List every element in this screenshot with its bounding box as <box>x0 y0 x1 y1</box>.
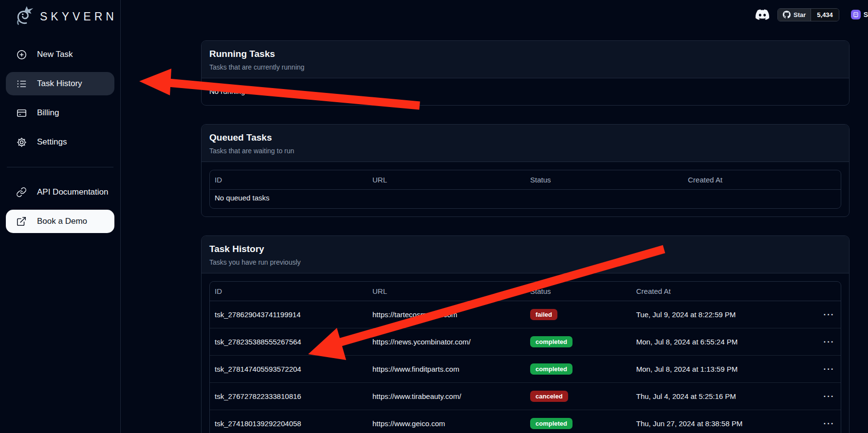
status-badge: canceled <box>530 391 568 402</box>
sidebar-item-label: API Documentation <box>37 187 108 197</box>
task-url: https://tartecosmetics.com <box>368 301 525 328</box>
row-actions-button[interactable]: ··· <box>824 312 835 317</box>
column-header-status: Status <box>525 170 683 190</box>
sidebar-item-task-history[interactable]: Task History <box>6 72 114 95</box>
task-id: tsk_276727822333810816 <box>210 383 368 410</box>
empty-message: No queued tasks <box>210 190 841 209</box>
column-header-actions <box>817 282 841 301</box>
external-link-icon <box>16 216 27 227</box>
sidebar-nav: New Task Task History Billing <box>6 43 114 233</box>
status-badge: completed <box>530 363 573 375</box>
card-subtitle: Tasks that are waiting to run <box>209 147 841 155</box>
github-icon <box>783 11 791 18</box>
empty-row: No queued tasks <box>210 190 841 209</box>
card-title: Running Tasks <box>209 49 841 59</box>
discord-icon[interactable] <box>756 8 769 21</box>
task-url: https://news.ycombinator.com/ <box>368 328 525 356</box>
table-row[interactable]: tsk_278629043741199914 https://tartecosm… <box>210 301 841 328</box>
task-created-at: Thu, Jun 27, 2024 at 8:38:58 PM <box>631 410 817 433</box>
row-actions-button[interactable]: ··· <box>824 340 835 344</box>
table-row[interactable]: tsk_278235388555267564 https://news.ycom… <box>210 328 841 356</box>
building-icon <box>853 12 859 18</box>
column-header-created-at: Created At <box>631 282 817 301</box>
row-actions-button[interactable]: ··· <box>824 394 835 399</box>
status-badge: completed <box>530 336 573 347</box>
brand-logo: SKYVERN <box>6 4 114 29</box>
table-header-row: ID URL Status Created At <box>210 282 841 301</box>
task-history-header: Task History Tasks you have run previous… <box>202 236 849 273</box>
task-url: https://www.tirabeauty.com/ <box>368 383 525 410</box>
task-url: https://www.finditparts.com <box>368 356 525 383</box>
column-header-id: ID <box>210 282 368 301</box>
credit-card-icon <box>16 107 27 119</box>
book-a-demo-button[interactable]: Book a Demo <box>6 210 114 233</box>
table-header-row: ID URL Status Created At <box>210 170 841 190</box>
org-name: Sk <box>864 11 868 18</box>
task-id: tsk_278235388555267564 <box>210 328 368 356</box>
task-history-body: ID URL Status Created At tsk_27862904374… <box>202 273 849 433</box>
task-history-table: ID URL Status Created At tsk_27862904374… <box>209 281 841 433</box>
task-created-at: Mon, Jul 8, 2024 at 1:13:59 PM <box>631 356 817 383</box>
column-header-id: ID <box>210 170 368 190</box>
sidebar-item-settings[interactable]: Settings <box>6 130 114 154</box>
task-id: tsk_278147405593572204 <box>210 356 368 383</box>
running-tasks-header: Running Tasks Tasks that are currently r… <box>202 41 849 78</box>
row-actions-button[interactable]: ··· <box>824 421 835 426</box>
sidebar-item-label: New Task <box>37 50 73 59</box>
card-title: Task History <box>209 244 841 254</box>
row-actions-button[interactable]: ··· <box>824 367 835 372</box>
running-tasks-body: No running tasks <box>202 78 849 105</box>
task-created-at: Thu, Jul 4, 2024 at 5:25:16 PM <box>631 383 817 410</box>
task-id: tsk_278629043741199914 <box>210 301 368 328</box>
status-badge: failed <box>530 309 557 320</box>
sidebar-item-label: Settings <box>37 137 67 147</box>
queued-tasks-body: ID URL Status Created At No queued tasks <box>202 162 849 216</box>
sidebar-item-new-task[interactable]: New Task <box>6 43 114 66</box>
gear-icon <box>16 136 27 148</box>
task-history-card: Task History Tasks you have run previous… <box>201 235 850 433</box>
brand-name: SKYVERN <box>40 10 117 23</box>
topbar: Star 5,434 Sk <box>756 0 868 29</box>
task-created-at: Mon, Jul 8, 2024 at 6:55:24 PM <box>631 328 817 356</box>
column-header-url: URL <box>368 282 525 301</box>
card-title: Queued Tasks <box>209 132 841 143</box>
skyvern-dragon-icon <box>14 4 36 29</box>
github-star-count: 5,434 <box>811 9 839 21</box>
column-header-url: URL <box>368 170 525 190</box>
queued-tasks-table: ID URL Status Created At No queued tasks <box>209 170 841 209</box>
app-root: SKYVERN New Task Task History <box>0 0 868 433</box>
status-badge: completed <box>530 418 573 429</box>
sidebar-item-label: Book a Demo <box>37 216 87 226</box>
list-icon <box>16 78 27 90</box>
main-content: Running Tasks Tasks that are currently r… <box>121 0 868 433</box>
column-header-status: Status <box>525 282 631 301</box>
task-created-at: Tue, Jul 9, 2024 at 8:22:59 PM <box>631 301 817 328</box>
sidebar: SKYVERN New Task Task History <box>0 0 121 433</box>
sidebar-item-label: Task History <box>37 79 82 89</box>
queued-tasks-card: Queued Tasks Tasks that are waiting to r… <box>201 124 850 217</box>
sidebar-item-label: Billing <box>37 108 59 118</box>
sidebar-divider <box>7 167 113 167</box>
sidebar-item-billing[interactable]: Billing <box>6 101 114 125</box>
table-row[interactable]: tsk_278147405593572204 https://www.findi… <box>210 356 841 383</box>
empty-message: No running tasks <box>209 86 841 97</box>
task-url: https://www.geico.com <box>368 410 525 433</box>
queued-tasks-header: Queued Tasks Tasks that are waiting to r… <box>202 125 849 162</box>
table-row[interactable]: tsk_276727822333810816 https://www.tirab… <box>210 383 841 410</box>
sidebar-item-api-documentation[interactable]: API Documentation <box>6 180 114 204</box>
github-star-widget[interactable]: Star 5,434 <box>777 8 839 21</box>
card-subtitle: Tasks that are currently running <box>209 63 841 71</box>
org-avatar[interactable] <box>851 10 861 19</box>
task-id: tsk_274180139292204058 <box>210 410 368 433</box>
table-row[interactable]: tsk_274180139292204058 https://www.geico… <box>210 410 841 433</box>
plus-circle-icon <box>16 49 27 60</box>
running-tasks-card: Running Tasks Tasks that are currently r… <box>201 40 850 106</box>
column-header-created-at: Created At <box>683 170 841 190</box>
card-subtitle: Tasks you have run previously <box>209 258 841 266</box>
link-icon <box>16 186 27 198</box>
github-star-label: Star <box>794 11 806 18</box>
